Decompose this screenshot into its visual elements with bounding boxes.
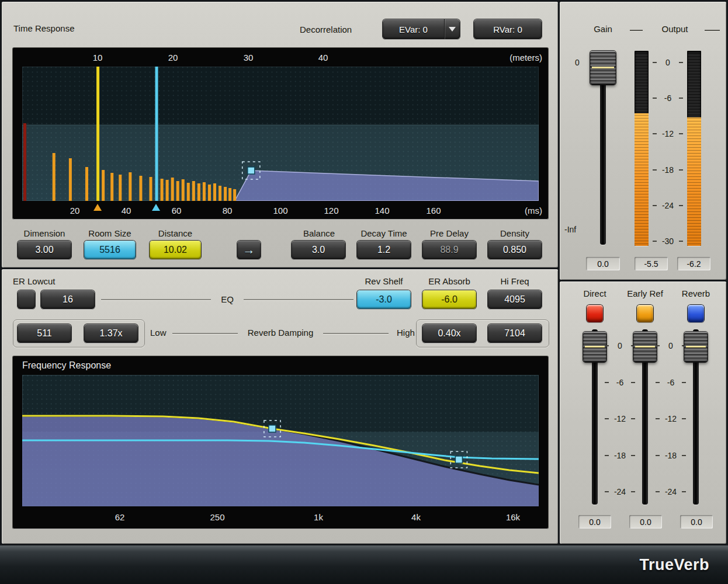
damping-low-ratio-value[interactable]: 1.37x (84, 324, 138, 343)
meters-axis: (meters) 10203040 (13, 48, 548, 67)
reverb-label: Reverb (682, 288, 710, 298)
axis-tick-label: 160 (426, 205, 441, 215)
output-db-scale: 0-6-12-18-24-30 (649, 58, 687, 246)
reverb-button[interactable] (688, 305, 704, 322)
time-response-plot[interactable] (22, 67, 539, 201)
evar-dropdown[interactable]: EVar: 0 (383, 19, 460, 39)
er-absorb-label: ER Absorb (428, 276, 470, 286)
pre-delay-value[interactable]: 88.9 (422, 241, 476, 259)
damping-divider-left (172, 333, 238, 335)
reverb-fader-track[interactable] (693, 329, 699, 505)
axis-tick-label: 62 (115, 512, 125, 522)
gain-zero-label: 0 (575, 58, 580, 67)
hi-freq-value[interactable]: 4095 (488, 290, 542, 309)
er-line-cyan[interactable] (155, 67, 158, 201)
density-label: Density (500, 228, 529, 238)
output-peak-right-display[interactable]: -6.2 (677, 257, 710, 270)
damping-high-ratio-value[interactable]: 0.40x (422, 324, 476, 343)
reverb-fader-handle[interactable] (684, 332, 708, 362)
axis-tick-label: 20 (168, 53, 178, 62)
axis-tick-label: 4k (411, 512, 421, 522)
eq-label: EQ (221, 294, 234, 304)
db-scale-row: 0 (653, 58, 683, 67)
ms-axis: (ms) 20406080100120140160 (13, 201, 548, 219)
direct-bar (23, 123, 26, 201)
db-scale-row: 0 (656, 341, 686, 350)
output-meter-left (635, 51, 649, 246)
chevron-down-icon[interactable] (444, 19, 460, 39)
output-label: Output (661, 24, 688, 34)
gain-inf-label: -Inf (564, 225, 576, 234)
balance-value[interactable]: 3.0 (292, 241, 345, 259)
gain-fader-track[interactable] (600, 51, 606, 245)
axis-tick-label: 80 (223, 205, 233, 215)
eq-divider-left (101, 299, 211, 301)
direct-label: Direct (583, 288, 606, 298)
er-lowcut-label: ER Lowcut (13, 276, 56, 286)
axis-tick-label: 30 (244, 53, 254, 62)
damping-divider-right (323, 333, 389, 335)
damping-low-freq-value[interactable]: 511 (18, 324, 71, 343)
time-response-panel: Time Response Decorrelation EVar: 0 RVar… (2, 2, 558, 267)
frequency-response-title: Frequency Response (13, 356, 548, 375)
hi-freq-label: Hi Freq (500, 276, 529, 286)
rvar-dropdown[interactable]: RVar: 0 (474, 19, 542, 39)
frequency-response-graph: Frequency Response 622501k4k16k (13, 356, 548, 529)
evar-value: EVar: 0 (383, 19, 444, 39)
direct-fader-handle[interactable] (583, 332, 606, 362)
db-scale-row: -24 (653, 201, 683, 210)
damping-high-label: High (397, 328, 415, 338)
mixer-db-scale-left: 0-6-12-18-24 (604, 341, 636, 496)
early-ref-button[interactable] (637, 305, 653, 322)
distance-value[interactable]: 10.02 (150, 241, 201, 259)
distance-marker-icon[interactable] (152, 204, 160, 211)
master-panel: Gain Output 0 -Inf 0-6-12-18-24-30 0.0 -… (560, 2, 726, 280)
decay-time-value[interactable]: 1.2 (357, 241, 411, 259)
axis-tick-label: 40 (318, 53, 328, 62)
rev-shelf-value[interactable]: -3.0 (357, 290, 411, 309)
er-marker-icon[interactable] (93, 204, 102, 211)
balance-label: Balance (303, 228, 335, 238)
output-dash-left (630, 30, 643, 31)
output-peak-left-display[interactable]: -5.5 (635, 257, 668, 270)
decay-time-label: Decay Time (360, 228, 407, 238)
axis-tick-label: 16k (506, 512, 520, 522)
db-scale-row: -12 (656, 414, 686, 423)
room-size-value[interactable]: 5516 (84, 241, 136, 259)
db-scale-row: -6 (605, 378, 635, 387)
db-scale-row: -18 (653, 165, 683, 175)
er-lowcut-value[interactable]: 16 (41, 290, 95, 309)
gain-value-display: 0.0 (586, 257, 620, 270)
link-arrow-button[interactable]: → (237, 241, 261, 259)
direct-button[interactable] (587, 305, 603, 322)
density-value[interactable]: 0.850 (488, 241, 542, 259)
axis-tick-label: 120 (324, 205, 338, 215)
db-scale-row: -6 (653, 93, 683, 103)
damping-high-freq-value[interactable]: 7104 (488, 324, 542, 343)
axis-tick-label: 60 (172, 205, 182, 215)
axis-tick-label: 20 (70, 205, 80, 215)
rev-shelf-label: Rev Shelf (365, 276, 403, 286)
decorrelation-label: Decorrelation (300, 25, 352, 34)
axis-tick-label: 40 (122, 205, 131, 215)
dimension-value[interactable]: 3.00 (18, 241, 71, 259)
pre-delay-label: Pre Delay (430, 228, 469, 238)
db-scale-row: -12 (605, 414, 635, 423)
early-ref-fader-track[interactable] (642, 329, 648, 505)
rvar-value: RVar: 0 (474, 19, 542, 39)
er-lowcut-toggle[interactable] (18, 290, 35, 309)
early-ref-fader-handle[interactable] (633, 332, 657, 362)
output-dash-right (705, 30, 720, 31)
arrow-right-icon: → (243, 243, 255, 257)
output-meter-left-fill (635, 113, 649, 246)
distance-line-yellow[interactable] (96, 67, 99, 201)
eq-panel: ER Lowcut 16 EQ Rev Shelf -3.0 ER Absorb… (2, 269, 558, 544)
mixer-db-scale-right: 0-6-12-18-24 (655, 341, 687, 496)
frequency-response-plot[interactable] (22, 375, 539, 506)
direct-fader-track[interactable] (592, 329, 598, 505)
gain-fader-handle[interactable] (590, 51, 616, 85)
reverb-value-display: 0.0 (680, 515, 713, 529)
meters-unit-label: (meters) (509, 53, 542, 62)
er-absorb-value[interactable]: -6.0 (422, 290, 476, 309)
db-scale-row: -6 (656, 378, 686, 387)
